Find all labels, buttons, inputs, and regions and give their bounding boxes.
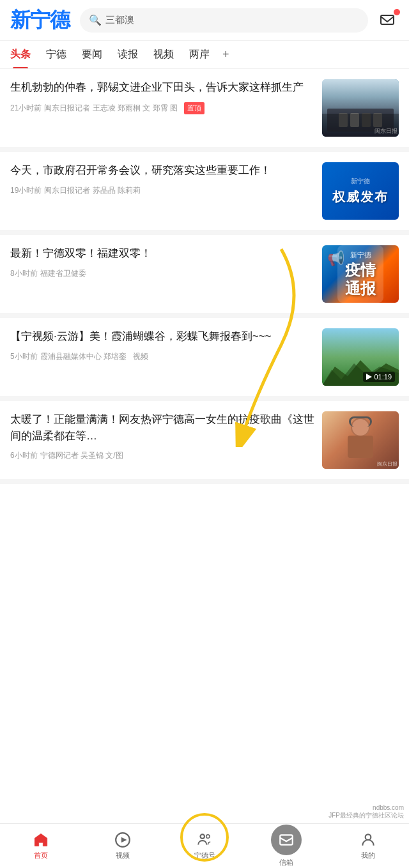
news-title-3: 最新！宁德双零！福建双零！ — [10, 245, 314, 262]
news-meta-2: 19小时前 闽东日报记者 苏晶晶 陈莉莉 — [10, 185, 314, 196]
bottom-nav-home-label: 首页 — [34, 851, 48, 860]
tab-more[interactable]: + — [217, 48, 235, 61]
news-time-3: 8小时前 — [10, 268, 38, 279]
news-source-5: 宁德网记者 吴圣锦 文/图 — [40, 450, 123, 461]
bottom-nav-ningde-label: 宁德号 — [194, 851, 215, 860]
news-title-1: 生机勃勃的仲春，郭锡文进企业下田头，告诉大家这样抓生产 — [10, 79, 314, 96]
app-logo: 新宁德 — [10, 6, 70, 34]
tab-cross-strait[interactable]: 两岸 — [181, 41, 217, 69]
tab-video[interactable]: 视频 — [146, 41, 181, 69]
header: 新宁德 🔍 三都澳 — [0, 0, 409, 41]
svg-rect-0 — [381, 15, 394, 24]
news-title-4: 【宁视频·云游】美！霞浦蝴蝶谷，彩蝶飞舞报春到~~~ — [10, 328, 314, 345]
nav-tabs: 头条 宁德 要闻 读报 视频 两岸 + — [0, 41, 409, 69]
watermark: ndbbs.com JFP最经典的宁德社区论坛 — [328, 804, 404, 820]
bottom-nav-inbox-label: 信箱 — [279, 858, 293, 867]
news-item-3[interactable]: 最新！宁德双零！福建双零！ 8小时前 福建省卫健委 新宁德 疫情 通报 📢 — [0, 235, 409, 318]
play-icon — [366, 374, 372, 380]
svg-rect-9 — [280, 835, 293, 844]
thumb-text: 权威发布 — [332, 188, 389, 206]
news-time-1: 21小时前 — [10, 103, 42, 114]
news-thumb-1: 闽东日报 — [322, 79, 399, 137]
news-content-5: 太暖了！正能量满满！网友热评宁德高一女生的抗疫歌曲《这世间的温柔都在等… 6小时… — [10, 411, 322, 461]
thumb-logo: 新宁德 — [351, 177, 370, 186]
inbox-circle — [271, 825, 302, 855]
tab-newspaper[interactable]: 读报 — [110, 41, 146, 69]
news-meta-4: 5小时前 霞浦县融媒体中心 郑培銮 视频 — [10, 351, 314, 362]
news-item-5[interactable]: 太暖了！正能量满满！网友热评宁德高一女生的抗疫歌曲《这世间的温柔都在等… 6小时… — [0, 401, 409, 484]
tab-ningde[interactable]: 宁德 — [38, 41, 74, 69]
news-title-5: 太暖了！正能量满满！网友热评宁德高一女生的抗疫歌曲《这世间的温柔都在等… — [10, 411, 314, 444]
news-content-4: 【宁视频·云游】美！霞浦蝴蝶谷，彩蝶飞舞报春到~~~ 5小时前 霞浦县融媒体中心… — [10, 328, 322, 362]
news-thumb-4: 01:19 — [322, 328, 399, 386]
news-content-3: 最新！宁德双零！福建双零！ 8小时前 福建省卫健委 — [10, 245, 322, 279]
news-thumb-3: 新宁德 疫情 通报 📢 — [322, 245, 399, 303]
people-icon — [196, 832, 213, 848]
svg-marker-6 — [121, 837, 127, 843]
notification-dot — [394, 9, 400, 15]
bottom-nav: 首页 视频 宁德号 信箱 — [0, 823, 409, 868]
tab-headline[interactable]: 头条 — [3, 41, 38, 69]
news-badge-1: 置顶 — [184, 102, 204, 114]
search-bar[interactable]: 🔍 三都澳 — [80, 8, 368, 33]
svg-point-7 — [201, 834, 205, 839]
news-content-2: 今天，市政府召开常务会议，研究落实这些重要工作！ 19小时前 闽东日报记者 苏晶… — [10, 162, 322, 196]
news-time-2: 19小时前 — [10, 185, 42, 196]
home-icon — [33, 832, 49, 848]
search-input[interactable]: 三都澳 — [105, 14, 134, 26]
inbox-icon — [278, 832, 295, 848]
news-meta-5: 6小时前 宁德网记者 吴圣锦 文/图 — [10, 450, 314, 461]
news-item-1[interactable]: 生机勃勃的仲春，郭锡文进企业下田头，告诉大家这样抓生产 21小时前 闽东日报记者… — [0, 69, 409, 152]
user-icon — [360, 832, 376, 848]
news-time-4: 5小时前 — [10, 351, 38, 362]
watermark-line2: JFP最经典的宁德社区论坛 — [328, 811, 404, 820]
video-duration: 01:19 — [363, 372, 395, 382]
bottom-nav-video-label: 视频 — [116, 851, 130, 860]
bottom-nav-profile[interactable]: 我的 — [327, 832, 409, 860]
news-thumb-2: 新宁德 权威发布 — [322, 162, 399, 220]
svg-point-10 — [366, 834, 371, 840]
news-content-1: 生机勃勃的仲春，郭锡文进企业下田头，告诉大家这样抓生产 21小时前 闽东日报记者… — [10, 79, 322, 114]
bottom-nav-ningde[interactable]: 宁德号 — [164, 832, 245, 860]
news-meta-1: 21小时前 闽东日报记者 王志凌 郑雨桐 文 郑霄 图 置顶 — [10, 102, 314, 114]
news-item-4[interactable]: 【宁视频·云游】美！霞浦蝴蝶谷，彩蝶飞舞报春到~~~ 5小时前 霞浦县融媒体中心… — [0, 318, 409, 401]
tab-important[interactable]: 要闻 — [74, 41, 110, 69]
news-source-4: 霞浦县融媒体中心 郑培銮 — [40, 351, 127, 362]
bottom-nav-video[interactable]: 视频 — [82, 832, 164, 860]
news-source-2: 闽东日报记者 苏晶晶 陈莉莉 — [44, 185, 141, 196]
news-thumb-5: 闽东日报 — [322, 411, 399, 469]
bottom-nav-home[interactable]: 首页 — [0, 832, 82, 860]
news-time-5: 6小时前 — [10, 450, 38, 461]
news-meta-3: 8小时前 福建省卫健委 — [10, 268, 314, 279]
news-title-2: 今天，市政府召开常务会议，研究落实这些重要工作！ — [10, 162, 314, 179]
video-nav-icon — [114, 832, 131, 848]
news-source-1: 闽东日报记者 王志凌 郑雨桐 文 郑霄 图 — [44, 103, 178, 114]
bottom-nav-profile-label: 我的 — [361, 851, 375, 860]
search-icon: 🔍 — [89, 14, 102, 26]
news-source-3: 福建省卫健委 — [40, 268, 86, 279]
video-type-label: 视频 — [133, 351, 148, 362]
svg-point-8 — [206, 835, 210, 838]
news-item-2[interactable]: 今天，市政府召开常务会议，研究落实这些重要工作！ 19小时前 闽东日报记者 苏晶… — [0, 152, 409, 235]
bottom-nav-inbox[interactable]: 信箱 — [245, 825, 327, 867]
watermark-line1: ndbbs.com — [328, 804, 404, 811]
